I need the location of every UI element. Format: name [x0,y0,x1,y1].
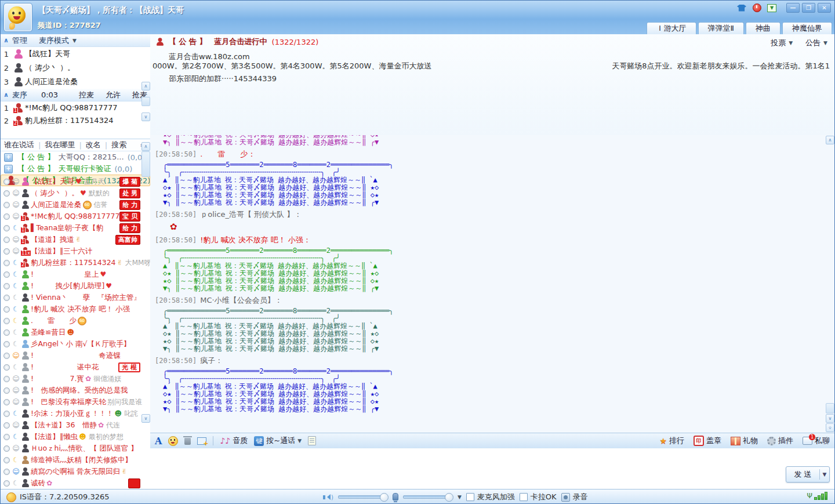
voice-radio[interactable] [3,306,10,313]
user-row[interactable]: ☺人间正道是沧桑60信誉给 力 [1,199,150,211]
clear-button[interactable] [184,436,191,446]
font-button[interactable]: A [155,436,162,446]
push-to-talk-button[interactable]: 键 按~通话 ▼ [254,436,302,446]
speaker-icon[interactable]: ) [323,494,333,501]
user-row[interactable]: ☺Ｈuoｚhi灬情歌、【 团队巡官 】 [1,443,150,454]
user-row[interactable]: ☾! Vienna丶ゞ 孽 『场控主管』 [1,292,150,303]
toolbar-button[interactable]: ★排行 [659,436,684,446]
member-row[interactable]: 3人间正道是沧桑 [1,75,150,89]
volume-slider[interactable] [338,495,388,499]
announcement-row[interactable]: +【 公 告 】大哥QQ：28215...(0,0) [1,151,150,163]
manage-scrollbar[interactable]: ∧ ∨ [141,82,149,121]
mic-boost-toggle[interactable]: 麦克风加强 [466,492,515,502]
user-row[interactable]: ☾. 雷 少60 [1,315,150,327]
user-row[interactable]: ☺【法+道】36 惜静✿代连 [1,419,150,431]
user-row[interactable]: ☾! 皇上♥ [1,269,150,280]
karaoke-checkbox[interactable] [520,493,528,501]
voice-radio[interactable] [3,213,10,220]
sidebar-tab[interactable]: 谁在说话 [4,140,34,150]
voice-radio[interactable] [3,295,10,301]
screenshot-button[interactable] [197,436,206,446]
send-button[interactable]: 发 送 ▼ [786,466,830,483]
voice-radio[interactable] [3,376,10,382]
user-row[interactable]: ☾! 谌中花光 棍 [1,361,150,373]
user-list-scrollbar[interactable]: ∧ ∨ [141,142,150,423]
user-row[interactable]: ☾2豹儿粉丝群：117514324✌大MM呀 [1,257,150,269]
voice-radio[interactable] [3,202,10,208]
mic-mode-dropdown[interactable]: 麦序模式 [39,35,69,46]
scroll-thumb[interactable] [826,403,834,414]
voice-radio[interactable] [3,271,10,278]
expand-icon[interactable]: + [4,165,13,173]
voice-radio[interactable] [3,248,10,255]
voice-radio[interactable] [3,434,10,440]
member-row[interactable]: 1【战狂】天哥 [1,47,150,61]
user-row[interactable]: ☾【法道】‖懒虫☻最初的梦想 [1,431,150,443]
manage-section-header[interactable]: ∧ 管理 麦序模式 ▼ [1,34,150,47]
mic-queue-row[interactable]: 11*!Mc豹儿 QQ:988717777 [1,101,150,114]
voice-radio[interactable] [3,179,10,185]
voice-radio[interactable] [3,237,10,243]
announcement-row[interactable]: +【 公 告 】天哥银行卡验证(0,0) [1,163,150,175]
member-row[interactable]: 2（ 涛少丶 ）。 [1,61,150,75]
expand-icon[interactable]: + [4,153,13,162]
paste-button[interactable] [308,436,316,446]
voice-radio[interactable] [3,329,10,336]
restore-button[interactable]: ❐ [802,3,815,13]
scroll-to-bottom-icon[interactable]: ⩒ [826,423,834,432]
user-row[interactable]: ☾彡Angel丶小 南√【Ｋ厅歌手】 [1,338,150,350]
game-tab[interactable]: 神魔仙界 [782,22,832,34]
voice-radio[interactable] [3,283,10,289]
scroll-up-icon[interactable]: ∧ [141,82,150,90]
voice-radio[interactable] [3,341,10,347]
user-row[interactable]: ☺! 巴黎没有幸福摩天轮别问我是谁 [1,396,150,408]
private-chat-button[interactable]: 1私聊 [803,436,830,446]
scroll-thumb[interactable] [141,151,150,177]
slider-thumb[interactable] [445,493,453,502]
sound-quality-button[interactable]: ♪♪ 音质 [220,436,248,446]
mic-section-header[interactable]: ∧ 麦序 0:03 控麦 允许 抢麦 [1,89,150,101]
game-tab[interactable]: 弹弹堂Ⅱ [698,22,744,34]
user-row[interactable]: ☺1【道道】拽道✌高富帅 [1,234,150,245]
voice-radio[interactable] [3,422,10,429]
hide-icon[interactable]: ▼ [765,3,778,13]
game-tab[interactable]: 神曲 [746,22,780,34]
emoticon-button[interactable] [168,436,178,446]
scroll-up-icon[interactable]: ∧ [141,142,150,151]
user-row[interactable]: ☺! 奇迹锞 [1,350,150,361]
mic-control-button[interactable]: 控麦 [79,90,94,100]
toolbar-button[interactable]: 印盖章 [694,436,721,446]
voice-radio[interactable] [3,260,10,266]
dressup-icon[interactable] [735,3,748,13]
user-row[interactable]: ☺績寫の尐啊福 骨灰无限回归✌ [1,466,150,477]
slider-thumb[interactable] [380,493,389,502]
allow-button[interactable]: 允许 [106,90,121,100]
voice-radio[interactable] [3,364,10,371]
user-row[interactable]: ☺【战狂】天哥♥蓝月天爆 菊 [1,176,150,187]
message-input-area[interactable]: 发 送 ▼ [150,448,834,490]
audio-options-icon[interactable]: ▼ [458,494,462,500]
game-tab[interactable]: Ｉ游大厅 [647,22,696,34]
user-row[interactable]: ☾!豹儿 喊次 决不放弃 吧！ 小强 [1,303,150,315]
close-button[interactable]: ✕ [818,3,831,13]
voice-radio[interactable] [3,190,10,197]
user-row[interactable]: ☺! 伤感的网络。受伤的总是我 [1,385,150,396]
chat-scrollbar[interactable]: ∧ ∨ ⩒ [826,136,834,432]
user-row[interactable]: ☾缔造神话灬妖精【闭关修炼中】 [1,454,150,466]
user-row[interactable]: ☺1*!Mc豹儿 QQ:988717777宝 贝 [1,211,150,222]
voice-radio[interactable] [3,353,10,359]
notice-dropdown[interactable]: 公告▼ [805,38,827,48]
scroll-thumb[interactable] [141,97,150,106]
user-row[interactable]: ☺11x【法道】‖三十六计 [1,245,150,257]
vote-dropdown[interactable]: 投票▼ [771,38,793,48]
voice-radio[interactable] [3,399,10,405]
scroll-down-icon[interactable]: ∨ [826,414,834,423]
scroll-down-icon[interactable]: ∨ [141,414,150,423]
karaoke-toggle[interactable]: 卡拉OK [520,492,557,502]
user-row[interactable]: ☾! 拽少[豹儿助理]♥ [1,280,150,292]
voice-radio[interactable] [3,387,10,394]
mic-queue-row[interactable]: 22豹儿粉丝群：117514324 [1,114,150,127]
sidebar-tab[interactable]: 搜索 [111,140,126,150]
scroll-up-icon[interactable]: ∧ [826,136,834,144]
scroll-down-icon[interactable]: ∨ [141,113,150,121]
